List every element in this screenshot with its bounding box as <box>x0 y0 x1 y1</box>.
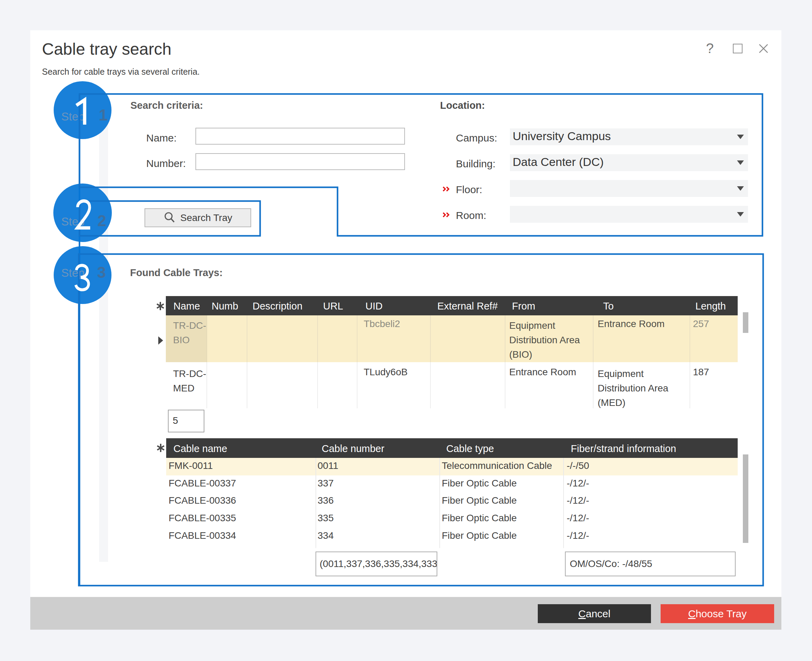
svg-text:Step: Step <box>61 110 84 123</box>
svg-text:3: 3 <box>97 263 106 281</box>
svg-text:1: 1 <box>99 106 108 124</box>
svg-text:2: 2 <box>97 212 106 230</box>
